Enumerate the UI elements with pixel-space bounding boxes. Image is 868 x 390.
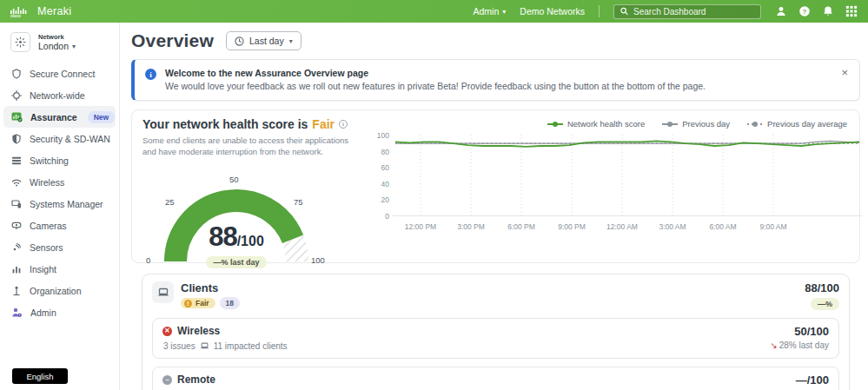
search-input[interactable] xyxy=(633,7,754,17)
clients-title: Clients xyxy=(181,281,240,294)
sidebar-item-wireless[interactable]: Wireless xyxy=(3,171,116,193)
network-health-card: Your network health score is Fair i Some… xyxy=(131,109,860,263)
banner-body: We would love your feedback as we roll o… xyxy=(165,81,833,91)
y-tick-label: 100 xyxy=(368,131,389,140)
sidebar-nav: Secure Connect Network-wide Assuran xyxy=(0,63,119,323)
admin-person-gear-icon xyxy=(11,307,23,318)
row-delta: ↘28% last day xyxy=(770,340,829,350)
x-tick-label: 3:00 PM xyxy=(448,222,494,231)
clients-rating-badge: ! Fair xyxy=(181,298,215,308)
network-name: London xyxy=(38,41,69,51)
sidebar-item-assurance[interactable]: Assurance New xyxy=(3,106,116,128)
info-icon: i xyxy=(145,69,156,80)
health-line-chart-area: 020406080100 12:00 PM3:00 PM6:00 PM9:00 … xyxy=(368,132,849,255)
brand-name: Meraki xyxy=(37,5,71,17)
clock-icon xyxy=(235,36,244,46)
sidebar-item-secure-connect[interactable]: Secure Connect xyxy=(3,63,116,84)
switch-stack-icon xyxy=(11,155,22,166)
gauge-score-value: 88 xyxy=(209,221,236,252)
apps-grid-icon[interactable] xyxy=(845,5,858,17)
sidebar-item-switching[interactable]: Switching xyxy=(3,149,116,171)
neutral-status-icon: – xyxy=(162,375,172,385)
client-row-remote[interactable]: – Remote No issues No impacted clients —… xyxy=(152,367,839,390)
assurance-chart-icon xyxy=(11,111,23,122)
health-description: Some end clients are unable to access th… xyxy=(142,135,360,158)
x-tick-label: 6:00 AM xyxy=(700,222,745,231)
shield-icon xyxy=(11,69,22,79)
clients-score: 88/100 xyxy=(805,281,839,294)
legend-marker-dotted xyxy=(747,123,763,125)
clients-count-badge: 18 xyxy=(220,297,240,309)
clients-card: Clients ! Fair 18 88/100 —% ✕ Wireless xyxy=(142,274,850,390)
trend-down-icon: ↘ xyxy=(770,340,777,350)
warning-icon: ! xyxy=(184,300,192,307)
organization-icon xyxy=(11,286,22,296)
row-impacted: 11 impacted clients xyxy=(214,341,288,351)
client-row-wireless[interactable]: ✕ Wireless 3 issues 11 impacted clients … xyxy=(152,318,839,359)
row-issues: 3 issues xyxy=(163,341,195,351)
org-switcher[interactable]: Demo Networks xyxy=(520,6,585,17)
notifications-bell-icon[interactable] xyxy=(822,5,834,17)
legend-previous-day-average: Previous day average xyxy=(747,119,847,129)
x-tick-label: 12:00 PM xyxy=(398,222,443,231)
devices-icon xyxy=(11,199,22,209)
legend-previous-day: Previous day xyxy=(662,119,730,129)
sidebar-item-systems-manager[interactable]: Systems Manager xyxy=(3,193,116,215)
divider xyxy=(599,5,600,17)
main-content: Overview Last day ▾ i Welcome to the new… xyxy=(120,23,868,390)
gauge-score-max: /100 xyxy=(237,234,264,248)
x-tick-label: 9:00 AM xyxy=(751,222,796,231)
x-tick-label: 9:00 PM xyxy=(549,222,594,231)
search-icon xyxy=(620,7,628,16)
page-title: Overview xyxy=(131,30,214,51)
top-bar: cisco Meraki Admin ▾ Demo Networks ? xyxy=(0,0,868,23)
admin-menu[interactable]: Admin ▾ xyxy=(474,6,507,17)
sidebar-item-admin[interactable]: Admin xyxy=(3,301,116,323)
bar-chart-icon xyxy=(11,264,22,274)
gauge-delta-badge: —% last day xyxy=(206,256,266,268)
search-box[interactable] xyxy=(613,4,761,19)
svg-text:cisco: cisco xyxy=(10,14,21,18)
language-selector[interactable]: English xyxy=(12,368,68,384)
time-range-button[interactable]: Last day ▾ xyxy=(226,31,301,50)
account-icon[interactable] xyxy=(775,5,787,17)
banner-title: Welcome to the new Assurance Overview pa… xyxy=(165,68,833,78)
laptop-icon xyxy=(200,342,209,350)
help-icon[interactable]: ? xyxy=(798,5,811,17)
sidebar-item-insight[interactable]: Insight xyxy=(3,258,116,280)
legend-marker-green xyxy=(547,123,563,125)
network-site-icon xyxy=(10,32,30,52)
chevron-down-icon: ▾ xyxy=(502,8,506,16)
sidebar-item-security-sdwan[interactable]: Security & SD-WAN xyxy=(3,128,116,149)
gauge-tick: 75 xyxy=(294,197,303,207)
x-tick-label: 3:00 AM xyxy=(650,222,695,231)
legend-network-health-score: Network health score xyxy=(547,119,645,129)
network-selector[interactable]: Network London ▾ xyxy=(0,23,119,60)
gauge-tick: 25 xyxy=(165,197,175,207)
row-score: —/100 xyxy=(780,373,829,387)
health-score-title: Your network health score is Fair i xyxy=(142,117,368,131)
svg-text:?: ? xyxy=(803,8,807,16)
sidebar-item-organization[interactable]: Organization xyxy=(3,280,116,301)
new-badge: New xyxy=(88,111,115,123)
camera-icon xyxy=(11,221,22,231)
gauge-tick: 50 xyxy=(229,175,239,184)
y-tick-label: 40 xyxy=(368,180,389,188)
health-rating: Fair xyxy=(312,117,335,131)
sidebar-item-cameras[interactable]: Cameras xyxy=(3,215,116,236)
cisco-logo-icon: cisco xyxy=(10,6,31,17)
close-icon[interactable]: × xyxy=(841,66,848,79)
wifi-icon xyxy=(11,177,22,188)
sidebar: Network London ▾ Secure Connect Network-… xyxy=(0,23,120,390)
network-label: Network xyxy=(38,33,76,41)
sidebar-item-network-wide[interactable]: Network-wide xyxy=(3,84,116,106)
row-score: 50/100 xyxy=(770,325,829,338)
y-tick-label: 20 xyxy=(368,195,389,204)
info-icon[interactable]: i xyxy=(339,120,348,129)
error-icon: ✕ xyxy=(162,327,172,336)
chevron-down-icon: ▾ xyxy=(289,37,293,45)
sidebar-item-sensors[interactable]: Sensors xyxy=(3,236,116,258)
y-tick-label: 0 xyxy=(368,212,389,221)
chevron-down-icon: ▾ xyxy=(72,43,76,50)
cisco-meraki-logo: cisco Meraki xyxy=(10,5,71,17)
